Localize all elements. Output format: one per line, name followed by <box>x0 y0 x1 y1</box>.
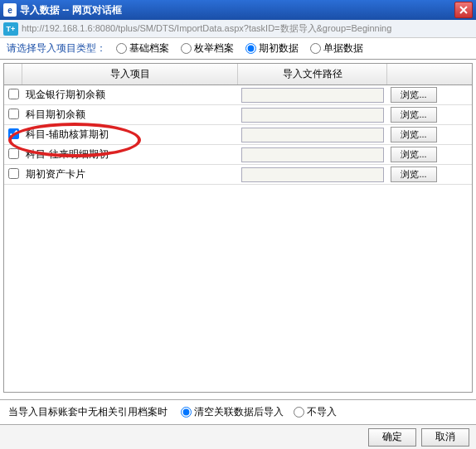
missing-ref-row: 当导入目标账套中无相关引用档案时 清空关联数据后导入 不导入 <box>0 399 476 424</box>
radio-clear-import-input[interactable] <box>181 407 192 418</box>
browse-button[interactable]: 浏览... <box>391 107 437 123</box>
row-checkbox[interactable] <box>8 168 19 179</box>
table-row: 现金银行期初余额 浏览... <box>4 85 472 105</box>
table-row: 期初资产卡片 浏览... <box>4 165 472 185</box>
row-checkbox[interactable] <box>8 109 19 119</box>
url-text: http://192.168.1.6:8080/tplus/SM/DTS/Imp… <box>22 22 391 35</box>
radio-enum-archive-input[interactable] <box>181 43 192 54</box>
row-label: 科目期初余额 <box>22 106 238 123</box>
import-table: 导入项目 导入文件路径 现金银行期初余额 浏览... 科目期初余额 浏览... … <box>3 63 473 393</box>
browse-button[interactable]: 浏览... <box>391 87 437 103</box>
radio-initial-data-input[interactable] <box>245 43 256 54</box>
window-title: 导入数据 -- 网页对话框 <box>20 3 454 17</box>
close-button[interactable] <box>454 2 473 18</box>
radio-initial-data[interactable]: 期初数据 <box>245 41 299 56</box>
row-label: 期初资产卡片 <box>22 166 238 183</box>
radio-no-import-input[interactable] <box>294 407 304 418</box>
radio-basic-archive-input[interactable] <box>116 43 127 54</box>
radio-no-import[interactable]: 不导入 <box>294 405 337 419</box>
header-path: 导入文件路径 <box>238 64 387 84</box>
browse-button[interactable]: 浏览... <box>391 147 437 162</box>
row-path-input[interactable] <box>241 147 384 162</box>
table-empty-area <box>4 185 472 392</box>
missing-ref-label: 当导入目标账套中无相关引用档案时 <box>8 405 168 419</box>
ok-button[interactable]: 确定 <box>368 428 416 447</box>
header-browse-col <box>387 64 472 84</box>
header-checkbox-col <box>4 64 22 84</box>
row-path-input[interactable] <box>241 167 384 182</box>
row-path-input[interactable] <box>241 128 384 142</box>
table-row: 科目-往来明细期初 浏览... <box>4 145 472 165</box>
radio-document-data-input[interactable] <box>310 43 321 54</box>
tplus-icon: T+ <box>3 22 18 36</box>
row-checkbox[interactable] <box>8 148 19 159</box>
row-checkbox[interactable] <box>8 89 19 99</box>
radio-enum-archive[interactable]: 枚举档案 <box>181 41 234 56</box>
browse-button[interactable]: 浏览... <box>391 127 437 142</box>
cancel-button[interactable]: 取消 <box>421 428 469 447</box>
row-label: 科目-往来明细期初 <box>22 146 238 163</box>
table-row: 科目期初余额 浏览... <box>4 105 472 125</box>
row-path-input[interactable] <box>241 88 384 103</box>
radio-clear-import[interactable]: 清空关联数据后导入 <box>181 405 284 419</box>
table-header: 导入项目 导入文件路径 <box>4 64 472 85</box>
ie-icon: e <box>3 3 17 17</box>
url-bar: T+ http://192.168.1.6:8080/tplus/SM/DTS/… <box>0 20 476 38</box>
type-selector-label: 请选择导入项目类型： <box>7 41 106 56</box>
browse-button[interactable]: 浏览... <box>391 167 437 182</box>
close-icon <box>459 6 468 14</box>
row-path-input[interactable] <box>241 108 384 123</box>
dialog-buttons: 确定 取消 <box>0 424 476 449</box>
table-row: 科目-辅助核算期初 浏览... <box>4 125 472 145</box>
type-selector-row: 请选择导入项目类型： 基础档案 枚举档案 期初数据 单据数据 <box>0 38 476 60</box>
row-checkbox[interactable] <box>8 128 19 139</box>
header-item: 导入项目 <box>22 64 238 84</box>
row-label: 科目-辅助核算期初 <box>22 126 238 143</box>
titlebar: e 导入数据 -- 网页对话框 <box>0 0 476 20</box>
radio-document-data[interactable]: 单据数据 <box>310 41 363 56</box>
radio-basic-archive[interactable]: 基础档案 <box>116 41 169 56</box>
row-label: 现金银行期初余额 <box>22 86 238 104</box>
